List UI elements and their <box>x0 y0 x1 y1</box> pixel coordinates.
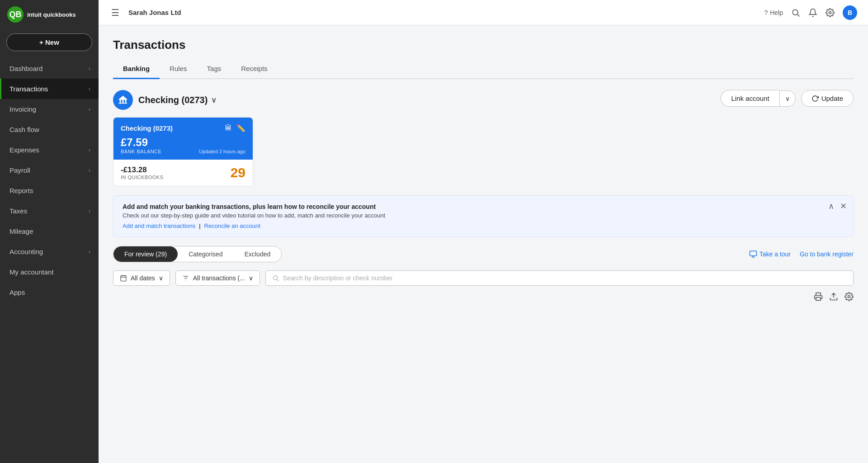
chevron-right-icon: › <box>89 66 90 72</box>
sidebar-item-label: Taxes <box>9 207 27 215</box>
main-area: ☰ Sarah Jonas Ltd ? Help B Transactions … <box>99 0 868 463</box>
sidebar-item-accounting[interactable]: Accounting › <box>0 241 99 262</box>
card-top-row: Checking (0273) 🏛 ✏️ <box>121 124 245 132</box>
sidebar-item-transactions[interactable]: Transactions › <box>0 79 99 99</box>
add-match-link[interactable]: Add and match transactions <box>123 222 195 229</box>
svg-point-25 <box>848 296 850 298</box>
edit-icon[interactable]: ✏️ <box>236 124 245 132</box>
card-qb-info: -£13.28 IN QUICKBOOKS <box>121 165 164 180</box>
tab-banking[interactable]: Banking <box>113 60 160 79</box>
chevron-right-icon: › <box>89 106 90 113</box>
help-button[interactable]: ? Help <box>764 9 783 16</box>
sidebar-item-my-accountant[interactable]: My accountant <box>0 262 99 282</box>
close-banner-button[interactable]: ✕ <box>840 201 847 211</box>
sidebar-item-invoicing[interactable]: Invoicing › <box>0 99 99 119</box>
info-banner: ∧ ✕ Add and match your banking transacti… <box>113 195 854 237</box>
tab-rules[interactable]: Rules <box>160 60 197 79</box>
export-button[interactable] <box>829 292 838 303</box>
svg-rect-7 <box>123 100 124 103</box>
sidebar-item-label: Expenses <box>9 146 39 154</box>
chevron-down-icon: ∨ <box>785 95 790 102</box>
gear-icon <box>826 8 835 17</box>
chevron-down-icon: ∨ <box>249 274 253 282</box>
svg-rect-8 <box>125 100 127 103</box>
dates-filter-dropdown[interactable]: All dates ∨ <box>113 270 170 286</box>
dates-filter-label: All dates <box>131 274 155 282</box>
column-settings-icon <box>844 292 854 301</box>
card-bottom: -£13.28 IN QUICKBOOKS 29 <box>113 160 253 186</box>
search-button[interactable] <box>791 8 800 17</box>
sidebar-item-taxes[interactable]: Taxes › <box>0 201 99 221</box>
search-icon <box>791 8 800 17</box>
logo-text: intuit quickbooks <box>27 11 76 18</box>
sidebar-item-payroll[interactable]: Payroll › <box>0 160 99 180</box>
svg-point-21 <box>273 276 277 280</box>
account-left: Checking (0273) ∨ <box>113 90 217 110</box>
sidebar-item-cash-flow[interactable]: Cash flow <box>0 119 99 140</box>
bell-icon <box>808 8 817 17</box>
update-button[interactable]: Update <box>801 90 854 107</box>
search-input[interactable] <box>283 274 847 282</box>
sidebar-item-label: Reports <box>9 187 33 194</box>
refresh-icon <box>811 95 819 102</box>
new-button[interactable]: + New <box>6 33 92 51</box>
sidebar-item-label: Mileage <box>9 227 33 235</box>
account-icon <box>113 90 133 110</box>
card-balance: £7.59 <box>121 136 161 149</box>
sidebar-item-apps[interactable]: Apps <box>0 282 99 302</box>
account-name[interactable]: Checking (0273) ∨ <box>138 95 217 105</box>
filter-tab-for-review[interactable]: For review (29) <box>113 246 178 262</box>
hamburger-button[interactable]: ☰ <box>109 5 121 20</box>
export-icon <box>829 292 838 301</box>
card-qb-balance: -£13.28 <box>121 165 164 175</box>
card-qb-label: IN QUICKBOOKS <box>121 175 164 180</box>
filter-tab-excluded[interactable]: Excluded <box>234 246 282 262</box>
collapse-banner-button[interactable]: ∧ <box>828 201 834 211</box>
transactions-filter-dropdown[interactable]: All transactions (... ∨ <box>175 270 260 286</box>
content-area: Transactions Banking Rules Tags Receipts… <box>99 25 868 463</box>
take-tour-button[interactable]: Take a tour <box>749 250 791 258</box>
sidebar-item-reports[interactable]: Reports <box>0 180 99 201</box>
company-name: Sarah Jonas Ltd <box>128 9 757 16</box>
chevron-right-icon: › <box>89 249 90 255</box>
account-actions: Link account ∨ Update <box>721 90 854 107</box>
tab-tags[interactable]: Tags <box>197 60 231 79</box>
sidebar-item-label: My accountant <box>9 268 54 276</box>
svg-text:QB: QB <box>9 10 22 19</box>
bank-link-icon[interactable]: 🏛 <box>225 124 232 132</box>
go-to-bank-register-button[interactable]: Go to bank register <box>800 250 854 258</box>
page-title: Transactions <box>113 38 854 52</box>
calendar-icon <box>120 274 127 282</box>
card-transaction-count: 29 <box>231 165 245 180</box>
link-account-dropdown-button[interactable]: ∨ <box>779 90 796 107</box>
account-name-text: Checking (0273) <box>138 95 208 105</box>
filter-tab-categorised[interactable]: Categorised <box>178 246 234 262</box>
reconcile-link[interactable]: Reconcile an account <box>204 222 260 229</box>
print-button[interactable] <box>814 292 823 303</box>
sidebar-item-label: Cash flow <box>9 126 39 133</box>
svg-rect-23 <box>816 298 821 301</box>
tabs: Banking Rules Tags Receipts <box>113 60 854 79</box>
link-account-button[interactable]: Link account <box>721 90 779 107</box>
topbar-actions: ? Help B <box>764 5 857 20</box>
account-card: Checking (0273) 🏛 ✏️ £7.59 BANK BALANCE … <box>113 117 253 186</box>
notifications-button[interactable] <box>808 8 817 17</box>
svg-marker-9 <box>119 96 127 99</box>
avatar[interactable]: B <box>843 5 857 20</box>
link-separator: | <box>199 222 200 229</box>
info-banner-body: Check out our step-by-step guide and vid… <box>123 212 844 219</box>
chevron-right-icon: › <box>89 208 90 214</box>
tab-receipts[interactable]: Receipts <box>231 60 277 79</box>
column-settings-button[interactable] <box>844 292 854 303</box>
sidebar-item-mileage[interactable]: Mileage <box>0 221 99 241</box>
svg-rect-11 <box>750 251 756 256</box>
sidebar-item-dashboard[interactable]: Dashboard › <box>0 58 99 79</box>
filter-right-actions: Take a tour Go to bank register <box>749 250 854 258</box>
search-icon <box>272 274 279 282</box>
card-balance-row: £7.59 BANK BALANCE Updated 2 hours ago <box>121 136 245 154</box>
svg-line-22 <box>277 279 278 281</box>
sidebar-item-expenses[interactable]: Expenses › <box>0 140 99 160</box>
sidebar-item-label: Apps <box>9 288 25 296</box>
settings-button[interactable] <box>826 8 835 17</box>
filter-tabs-row: For review (29) Categorised Excluded Tak… <box>113 246 854 262</box>
